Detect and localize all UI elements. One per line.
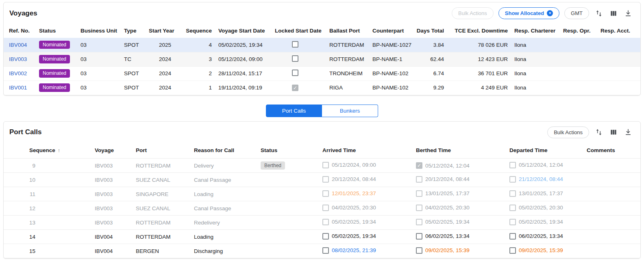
- port-call-row[interactable]: 13 IBV003 ROTTERDAM Redelivery 05/02/202…: [4, 216, 640, 230]
- locked-start-date-checkbox[interactable]: [292, 55, 298, 62]
- berthed-time-checkbox[interactable]: [416, 219, 422, 225]
- departed-time-checkbox[interactable]: [509, 190, 516, 197]
- voyages-column-header[interactable]: Start Year: [146, 23, 174, 38]
- tab-port-calls[interactable]: Port Calls: [266, 105, 322, 117]
- download-icon[interactable]: [623, 127, 633, 137]
- locked-start-date-checkbox[interactable]: ✓: [292, 85, 298, 91]
- voyage-ballast-port: RIGA: [326, 81, 369, 95]
- voyage-row[interactable]: IBV001 Nominated 03 SPOT 2024 1 19/11/20…: [4, 81, 640, 95]
- port-calls-column-header[interactable]: Sequence↑: [4, 142, 91, 159]
- arrived-time-checkbox[interactable]: [322, 176, 329, 183]
- departed-time-checkbox[interactable]: [509, 247, 516, 254]
- port-calls-column-header[interactable]: Voyage: [91, 142, 133, 159]
- port-call-row[interactable]: 10 IBV003 SUEZ CANAL Canal Passage 20/12…: [4, 173, 640, 187]
- voyages-column-header[interactable]: Sequence: [174, 23, 215, 38]
- voyage-row[interactable]: IBV002 Nominated 03 SPOT 2024 2 28/11/20…: [4, 66, 640, 81]
- port-calls-header-row: Sequence↑VoyagePortReason for CallStatus…: [4, 142, 640, 159]
- arrived-time-checkbox[interactable]: [322, 205, 329, 211]
- bulk-actions-button[interactable]: Bulk Actions: [547, 126, 589, 138]
- port-calls-column-header[interactable]: Departed Time: [506, 142, 583, 159]
- voyage-resp-charterer: Ilona: [511, 52, 560, 66]
- voyage-ref-link[interactable]: IBV003: [9, 56, 27, 62]
- port-call-row[interactable]: 14 IBV004 ROTTERDAM Loading 05/02/2025, …: [4, 230, 640, 244]
- voyages-column-header[interactable]: Resp. Acct.: [597, 23, 640, 38]
- voyage-row[interactable]: IBV004 Nominated 03 SPOT 2025 4 05/02/20…: [4, 38, 640, 52]
- voyages-column-header[interactable]: Resp. Charterer: [511, 23, 560, 38]
- gmt-button[interactable]: GMT: [564, 7, 589, 19]
- departed-time-checkbox[interactable]: [509, 233, 516, 240]
- locked-start-date-checkbox[interactable]: [292, 70, 298, 76]
- bulk-actions-button[interactable]: Bulk Actions: [452, 7, 494, 19]
- arrived-time-checkbox[interactable]: [322, 247, 329, 254]
- voyage-locked-cell: [272, 38, 326, 52]
- port-calls-column-header[interactable]: Status: [257, 142, 319, 159]
- port-call-port: ROTTERDAM: [133, 159, 191, 173]
- port-call-sequence: 13: [4, 216, 91, 230]
- arrived-time-cell: 12/01/2025, 23:37: [319, 187, 413, 201]
- voyages-column-header[interactable]: Counterpart: [369, 23, 412, 38]
- voyages-column-header[interactable]: Resp. Opr.: [560, 23, 597, 38]
- departed-time-checkbox[interactable]: [509, 219, 516, 225]
- departed-time-cell: 06/02/2025, 13:34: [506, 230, 583, 244]
- voyages-column-header[interactable]: Type: [121, 23, 146, 38]
- port-call-sequence: 11: [4, 187, 91, 201]
- voyage-type: TC: [121, 52, 146, 66]
- berthed-time-value: 06/02/2025, 13:34: [425, 233, 470, 239]
- sort-icon[interactable]: [594, 127, 604, 137]
- port-call-sequence: 12: [4, 201, 91, 216]
- port-call-row[interactable]: 11 IBV003 SINGAPORE Loading 12/01/2025, …: [4, 187, 640, 201]
- port-calls-column-header[interactable]: Comments: [583, 142, 640, 159]
- voyage-days-total: 6.74: [412, 66, 447, 81]
- voyage-resp-acct: [597, 66, 640, 81]
- berthed-time-checkbox[interactable]: ✓: [416, 162, 422, 169]
- columns-icon[interactable]: [609, 9, 618, 18]
- arrived-time-checkbox[interactable]: [322, 219, 329, 225]
- port-calls-column-header[interactable]: Berthed Time: [413, 142, 506, 159]
- voyage-start-year: 2024: [146, 66, 174, 81]
- tab-bunkers[interactable]: Bunkers: [322, 105, 378, 117]
- voyage-ref-link[interactable]: IBV002: [9, 70, 27, 76]
- columns-icon[interactable]: [609, 127, 618, 137]
- voyage-ballast-port: TRONDHEIM: [326, 66, 369, 81]
- port-call-row[interactable]: 15 IBV004 BERGEN Discharging 08/02/2025,…: [4, 244, 640, 258]
- voyage-ref-link[interactable]: IBV004: [9, 42, 27, 48]
- voyages-column-header[interactable]: TCE Excl. Downtime: [447, 23, 511, 38]
- berthed-time-checkbox[interactable]: [416, 176, 422, 183]
- departed-time-checkbox[interactable]: [509, 162, 516, 168]
- voyages-column-header[interactable]: Locked Start Date: [272, 23, 326, 38]
- port-calls-column-header[interactable]: Port: [133, 142, 191, 159]
- voyages-column-header[interactable]: Voyage Start Date: [215, 23, 272, 38]
- berthed-time-cell: 20/12/2024, 08:44: [413, 173, 506, 187]
- show-allocated-button[interactable]: Show Allocated ▼: [498, 7, 559, 19]
- voyage-resp-charterer: Ilona: [511, 66, 560, 81]
- port-calls-column-header[interactable]: Arrived Time: [319, 142, 413, 159]
- berthed-time-cell: 09/02/2025, 15:39: [413, 244, 506, 258]
- voyage-ref-link[interactable]: IBV001: [9, 85, 27, 91]
- berthed-time-checkbox[interactable]: [416, 205, 422, 211]
- port-call-status-cell: [257, 216, 319, 230]
- arrived-time-checkbox[interactable]: [322, 162, 329, 168]
- port-call-row[interactable]: 12 IBV003 SUEZ CANAL Canal Passage 04/02…: [4, 201, 640, 216]
- departed-time-value: 09/02/2025, 15:39: [519, 247, 563, 253]
- voyages-column-header[interactable]: Business Unit: [77, 23, 121, 38]
- berthed-time-checkbox[interactable]: [416, 233, 422, 240]
- port-calls-column-header[interactable]: Reason for Call: [191, 142, 257, 159]
- arrived-time-cell: 05/02/2025, 19:34: [319, 216, 413, 230]
- voyage-row[interactable]: IBV003 Nominated 03 TC 2024 3 05/12/2024…: [4, 52, 640, 66]
- voyages-column-header[interactable]: Ballast Port: [326, 23, 369, 38]
- arrived-time-checkbox[interactable]: [322, 233, 329, 240]
- departed-time-checkbox[interactable]: [509, 176, 516, 183]
- voyages-header-row: Ref. No.StatusBusiness UnitTypeStart Yea…: [4, 23, 640, 38]
- sort-icon[interactable]: [594, 9, 604, 18]
- departed-time-checkbox[interactable]: [509, 205, 516, 211]
- arrived-time-value: 04/02/2025, 20:30: [332, 205, 376, 211]
- arrived-time-checkbox[interactable]: [322, 190, 329, 197]
- port-call-row[interactable]: 9 IBV003 ROTTERDAM Delivery Berthed 05/1…: [4, 159, 640, 173]
- voyages-column-header[interactable]: Days Total: [412, 23, 447, 38]
- berthed-time-checkbox[interactable]: [416, 247, 422, 254]
- download-icon[interactable]: [623, 9, 633, 18]
- voyages-column-header[interactable]: Ref. No.: [4, 23, 36, 38]
- berthed-time-checkbox[interactable]: [416, 190, 422, 197]
- voyages-column-header[interactable]: Status: [36, 23, 77, 38]
- locked-start-date-checkbox[interactable]: [292, 41, 298, 48]
